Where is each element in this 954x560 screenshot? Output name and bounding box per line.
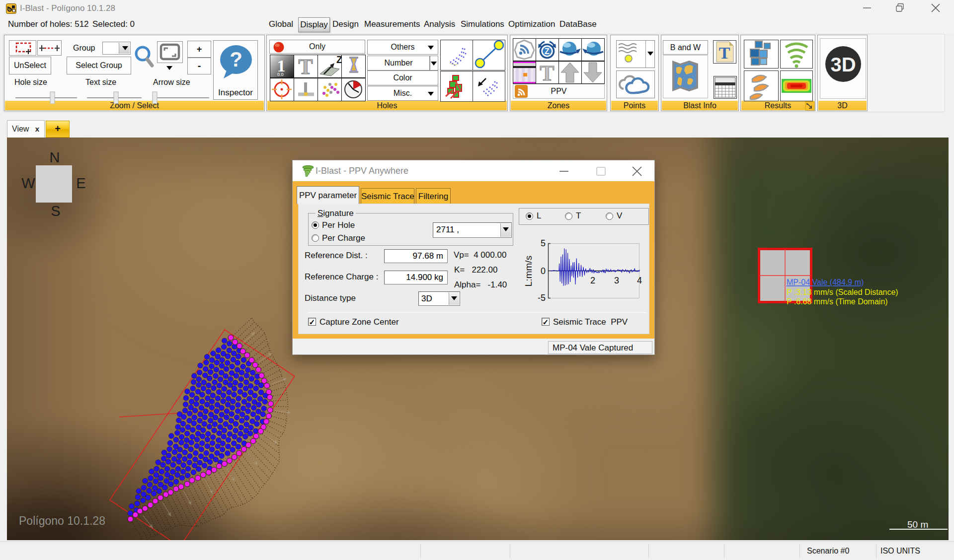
svg-text:4: 4 <box>637 276 642 285</box>
svg-text:50 m: 50 m <box>907 519 928 530</box>
svg-text:3: 3 <box>614 276 619 285</box>
svg-text:MP-04 Vale (484.9 m): MP-04 Vale (484.9 m) <box>787 278 864 286</box>
svg-text:T: T <box>298 55 313 77</box>
svg-text:W: W <box>21 175 35 191</box>
svg-text:L:mm/s: L:mm/s <box>523 256 534 286</box>
svg-text:E: E <box>76 175 85 191</box>
svg-text:Z: Z <box>336 55 341 65</box>
svg-text:?: ? <box>230 48 242 71</box>
svg-text:N: N <box>50 149 60 165</box>
svg-text:T: T <box>540 62 554 83</box>
svg-text:T: T <box>719 44 730 62</box>
svg-text:P :3.13 mm/s (Scaled Distance): P :3.13 mm/s (Scaled Distance) <box>787 288 898 296</box>
svg-text:S: S <box>51 203 60 219</box>
svg-text:-5: -5 <box>538 293 546 303</box>
svg-text:Polígono 10.1.28: Polígono 10.1.28 <box>19 514 105 527</box>
svg-text:5: 5 <box>541 238 546 248</box>
svg-text:0.0: 0.0 <box>277 72 284 77</box>
svg-text:Z: Z <box>545 47 550 56</box>
svg-text:0: 0 <box>541 266 546 276</box>
svg-text:3D: 3D <box>830 54 856 75</box>
svg-text:P :6.68 mm/s (Time Domain): P :6.68 mm/s (Time Domain) <box>787 297 888 306</box>
svg-text:2: 2 <box>590 276 595 285</box>
